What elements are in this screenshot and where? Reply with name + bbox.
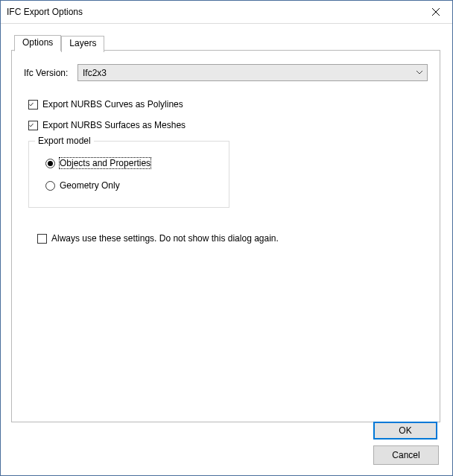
ifc-version-label: Ifc Version: xyxy=(24,68,77,78)
cancel-button[interactable]: Cancel xyxy=(373,445,439,465)
check-icon xyxy=(29,101,34,109)
ifc-version-select[interactable]: Ifc2x3 xyxy=(77,64,428,81)
tabstrip: Options Layers xyxy=(14,34,104,51)
always-use-settings-row[interactable]: Always use these settings. Do not show t… xyxy=(37,233,428,244)
radio-geometry-indicator xyxy=(45,181,55,191)
ifc-version-row: Ifc Version: Ifc2x3 xyxy=(24,64,428,81)
close-button[interactable] xyxy=(419,1,452,23)
close-icon xyxy=(432,8,440,16)
export-surfaces-checkbox-row[interactable]: Export NURBS Surfaces as Meshes xyxy=(28,120,428,130)
export-curves-checkbox-row[interactable]: Export NURBS Curves as Polylines xyxy=(28,99,428,110)
tab-layers[interactable]: Layers xyxy=(61,36,104,52)
tab-options-label: Options xyxy=(22,37,53,48)
check-icon xyxy=(29,121,34,130)
radio-geometry-only[interactable]: Geometry Only xyxy=(45,180,218,191)
window-title: IFC Export Options xyxy=(7,7,419,17)
export-surfaces-checkbox[interactable] xyxy=(28,121,38,130)
cancel-button-label: Cancel xyxy=(392,450,419,460)
export-surfaces-label: Export NURBS Surfaces as Meshes xyxy=(42,120,186,130)
ok-button[interactable]: OK xyxy=(373,422,437,439)
radio-objects-label: Objects and Properties xyxy=(60,158,151,168)
tab-layers-label: Layers xyxy=(69,38,96,48)
export-model-group: Export model Objects and Properties Geom… xyxy=(28,141,229,208)
radio-objects-and-properties[interactable]: Objects and Properties xyxy=(45,158,218,168)
titlebar: IFC Export Options xyxy=(1,1,452,24)
tab-panel-options: Ifc Version: Ifc2x3 Export NURBS Curves … xyxy=(11,50,440,422)
always-use-settings-label: Always use these settings. Do not show t… xyxy=(51,233,279,244)
tab-options[interactable]: Options xyxy=(14,35,61,51)
export-curves-checkbox[interactable] xyxy=(28,100,38,110)
always-use-settings-checkbox[interactable] xyxy=(37,234,47,244)
ifc-version-value: Ifc2x3 xyxy=(83,68,416,78)
radio-objects-indicator xyxy=(45,159,55,168)
chevron-down-icon xyxy=(416,69,422,77)
export-curves-label: Export NURBS Curves as Polylines xyxy=(42,99,183,110)
radio-geometry-label: Geometry Only xyxy=(60,180,120,191)
client-area: Options Layers Ifc Version: Ifc2x3 xyxy=(1,24,452,475)
export-model-legend: Export model xyxy=(35,136,94,146)
dialog-window: IFC Export Options Options Layers Ifc Ve… xyxy=(0,0,453,476)
ok-button-label: OK xyxy=(399,425,411,436)
dialog-buttons: OK Cancel xyxy=(373,422,439,465)
